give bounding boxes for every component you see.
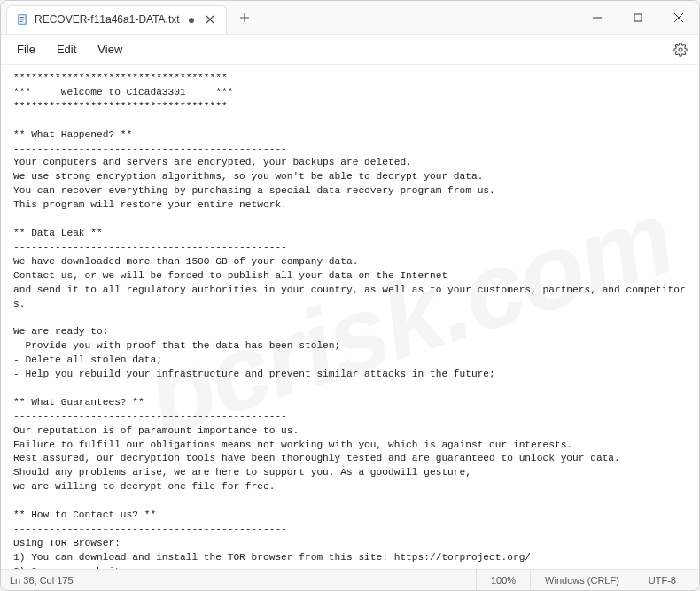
file-tab[interactable]: RECOVER-f11a46a1-DATA.txt ● [6,5,227,34]
new-tab-button[interactable] [232,5,257,30]
menu-view[interactable]: View [87,38,133,60]
close-window-button[interactable] [658,1,699,34]
editor-content-before-caret: ************************************ ***… [13,73,686,569]
menu-edit[interactable]: Edit [46,38,87,60]
settings-button[interactable] [667,36,694,63]
line-ending[interactable]: Windows (CRLF) [530,570,634,590]
tab-title: RECOVER-f11a46a1-DATA.txt [35,13,180,26]
menubar: File Edit View [1,35,699,65]
tab-close-button[interactable] [203,12,217,27]
dirty-indicator-icon: ● [186,12,197,27]
notepad-file-icon [16,13,28,26]
svg-point-12 [679,48,682,51]
window-controls [577,1,699,34]
notepad-window: RECOVER-f11a46a1-DATA.txt ● File Edit Vi… [0,0,700,591]
statusbar: Ln 36, Col 175 100% Windows (CRLF) UTF-8 [1,569,699,590]
minimize-button[interactable] [577,1,618,34]
maximize-button[interactable] [618,1,658,34]
menu-file[interactable]: File [6,38,46,60]
encoding[interactable]: UTF-8 [634,570,690,590]
zoom-level[interactable]: 100% [476,570,530,590]
svg-rect-9 [634,14,642,21]
text-editor[interactable]: pcrisk.com******************************… [1,65,699,569]
titlebar: RECOVER-f11a46a1-DATA.txt ● [1,1,699,35]
cursor-position[interactable]: Ln 36, Col 175 [10,575,74,586]
